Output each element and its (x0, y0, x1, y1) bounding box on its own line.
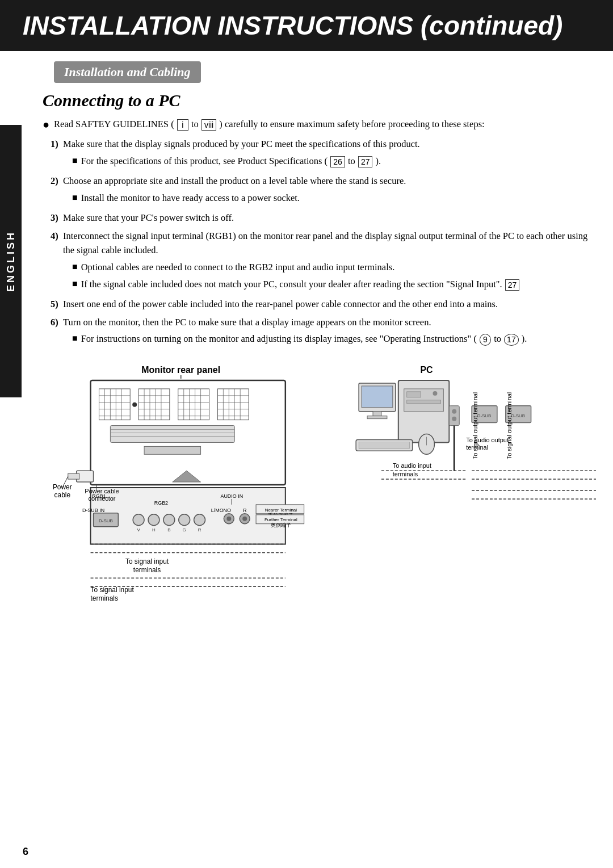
to-signal-output-2: To signal output terminal (506, 392, 513, 459)
svg-rect-29 (217, 389, 249, 420)
safety-bullet: ● Read SAFTEY GUIDELINES ( i to viii ) c… (43, 117, 596, 133)
svg-text:D-SUB: D-SUB (99, 518, 113, 523)
list-item-4: 4) Interconnect the signal input termina… (51, 229, 596, 293)
svg-text:R: R (198, 527, 201, 532)
item-5-content: Insert one end of the power cable includ… (63, 297, 498, 312)
sub-note-1: ■ For the specifications of this product… (72, 154, 420, 169)
list-item-5: 5) Insert one end of the power cable inc… (51, 297, 596, 312)
num-6: 6) (51, 315, 63, 330)
section-label: Installation and Cabling (54, 61, 201, 83)
svg-text:D-SUB: D-SUB (511, 413, 525, 418)
header: INSTALLATION INSTRUCTIONS (continued) (0, 0, 613, 51)
bullet-dot-1: ● (43, 116, 49, 133)
num-2: 2) (51, 174, 63, 188)
item-3-content: Make sure that your PC's power switch is… (63, 211, 234, 225)
svg-point-87 (452, 409, 456, 413)
english-sidebar-text: ENGLISH (5, 230, 17, 292)
to-signal-input-2: To signal input (91, 586, 135, 594)
safety-text: Read SAFTEY GUIDELINES ( i to viii ) car… (54, 117, 596, 132)
svg-point-61 (242, 517, 247, 521)
sub-note-4b: ■ If the signal cable included does not … (72, 277, 596, 292)
to-signal-output-1: To signal output terminal (472, 392, 478, 459)
page-number: 6 (23, 846, 28, 858)
header-title: INSTALLATION INSTRUCTIONS (continued) (23, 10, 590, 41)
svg-point-51 (179, 514, 190, 526)
svg-text:H: H (152, 527, 156, 532)
svg-rect-80 (373, 411, 381, 416)
sub-note-6: ■ For instructions on turning on the mon… (72, 332, 527, 346)
item-4-content: Interconnect the signal input terminal (… (63, 229, 596, 293)
list-item-1: 1) Make sure that the display signals pr… (51, 137, 596, 170)
svg-text:D-SUB: D-SUB (477, 413, 492, 418)
svg-marker-72 (173, 471, 201, 482)
sub-note-4a: ■ Optional cables are needed to connect … (72, 260, 596, 275)
rgb2-label: RGB2 (154, 500, 168, 506)
sub-note-4a-text: Optional cables are needed to connect to… (81, 260, 395, 275)
ref-27b: 27 (505, 279, 520, 291)
svg-rect-76 (407, 400, 441, 404)
connection-diagram: Monitor rear panel PC (43, 360, 596, 621)
ref-9: 9 (480, 334, 491, 345)
numbered-list: 1) Make sure that the display signals pr… (43, 137, 596, 349)
main-content: Connecting to a PC ● Read SAFTEY GUIDELI… (31, 91, 613, 638)
item-1-content: Make sure that the display signals produ… (63, 137, 420, 170)
diagram-svg-wrap: Monitor rear panel PC (43, 360, 596, 621)
sub-note-2-text: Install the monitor to have ready access… (81, 191, 300, 206)
svg-rect-79 (362, 386, 393, 408)
sub-note-1-text: For the specifications of this product, … (81, 154, 381, 169)
square-6: ■ (72, 332, 78, 346)
list-item-2: 2) Choose an appropriate site and instal… (51, 174, 596, 207)
audio-in-label: AUDIO IN (220, 493, 243, 499)
square-1: ■ (72, 154, 78, 168)
connecting-title: Connecting to a PC (43, 91, 596, 110)
sub-note-2: ■ Install the monitor to have ready acce… (72, 191, 406, 206)
monitor-panel-label: Monitor rear panel (141, 365, 220, 375)
ref-viii: viii (201, 119, 216, 131)
svg-point-50 (163, 514, 175, 526)
to-audio-input-text2: terminals (393, 471, 418, 477)
num-3: 3) (51, 211, 63, 225)
r-label: R (243, 508, 247, 513)
ref-26: 26 (330, 156, 345, 167)
list-item-3: 3) Make sure that your PC's power switch… (51, 211, 596, 225)
svg-point-49 (148, 514, 159, 526)
svg-rect-75 (407, 392, 421, 397)
nearer-terminal-label: Nearer Terminal (265, 508, 297, 513)
svg-rect-81 (367, 416, 387, 418)
further-terminal-label: Further Terminal (264, 517, 297, 522)
to-audio-input-text: To audio input (393, 462, 431, 469)
sub-note-6-text: For instructions on turning on the monit… (81, 332, 527, 346)
svg-text:V: V (137, 527, 140, 532)
item-6-content: Turn on the monitor, then the PC to make… (63, 315, 527, 349)
to-signal-input-1b: terminals (133, 566, 161, 574)
bullet-section: ● Read SAFTEY GUIDELINES ( i to viii ) c… (43, 117, 596, 349)
svg-rect-43 (144, 446, 200, 454)
square-2: ■ (72, 191, 78, 205)
ref-27: 27 (358, 156, 373, 167)
diagram-area: Monitor rear panel PC (43, 360, 596, 621)
power-connector-text2: connector (88, 495, 115, 502)
svg-point-52 (194, 514, 205, 526)
square-4b: ■ (72, 277, 78, 291)
section-label-text: Installation and Cabling (64, 65, 191, 79)
svg-point-60 (226, 517, 231, 521)
svg-text:B: B (167, 527, 170, 532)
further-terminal-jp: 奥側端子 (271, 522, 291, 527)
to-signal-input-1: To signal input (125, 557, 169, 565)
power-cable-text2: cable (54, 491, 71, 499)
sub-note-4b-text: If the signal cable included does not ma… (81, 277, 520, 292)
ref-17: 17 (504, 334, 519, 345)
dsub-in-label: D-SUB IN (82, 508, 104, 513)
svg-point-38 (132, 402, 137, 407)
svg-rect-11 (138, 389, 170, 420)
svg-rect-2 (99, 389, 130, 420)
svg-rect-65 (68, 473, 79, 479)
english-sidebar: ENGLISH (0, 125, 22, 397)
svg-rect-20 (178, 389, 209, 420)
ref-i: i (177, 119, 188, 131)
svg-text:G: G (183, 527, 186, 532)
num-4: 4) (51, 229, 63, 244)
svg-point-48 (133, 514, 144, 526)
square-4a: ■ (72, 260, 78, 274)
lmono-label: L/MONO (211, 508, 231, 513)
